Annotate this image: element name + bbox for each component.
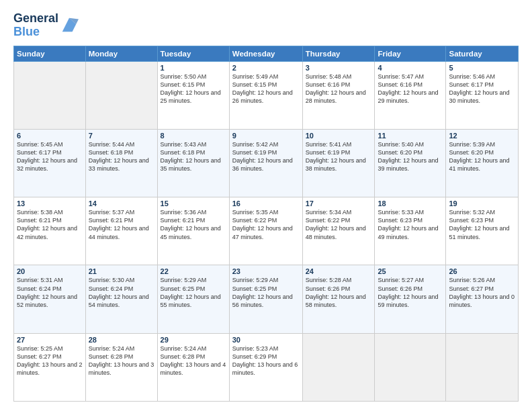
logo-icon: [60, 15, 79, 34]
day-info: Sunrise: 5:24 AM Sunset: 6:28 PM Dayligh…: [161, 345, 226, 377]
day-number: 7: [89, 132, 154, 140]
calendar-cell: 29Sunrise: 5:24 AM Sunset: 6:28 PM Dayli…: [157, 333, 229, 401]
calendar-cell: 1Sunrise: 5:50 AM Sunset: 6:15 PM Daylig…: [157, 61, 229, 129]
day-number: 21: [89, 267, 154, 275]
day-info: Sunrise: 5:36 AM Sunset: 6:21 PM Dayligh…: [161, 208, 226, 241]
day-info: Sunrise: 5:29 AM Sunset: 6:25 PM Dayligh…: [232, 276, 300, 309]
calendar-cell: 6Sunrise: 5:45 AM Sunset: 6:17 PM Daylig…: [14, 129, 86, 197]
logo: GeneralBlue: [13, 12, 79, 39]
day-number: 8: [161, 132, 226, 140]
calendar-cell: 15Sunrise: 5:36 AM Sunset: 6:21 PM Dayli…: [157, 197, 229, 265]
day-number: 27: [17, 336, 83, 344]
day-info: Sunrise: 5:23 AM Sunset: 6:29 PM Dayligh…: [232, 345, 300, 377]
calendar-table: SundayMondayTuesdayWednesdayThursdayFrid…: [13, 46, 519, 402]
day-number: 29: [161, 336, 226, 344]
page-header: GeneralBlue: [13, 12, 519, 39]
calendar-cell: [375, 333, 446, 401]
calendar-cell: 13Sunrise: 5:38 AM Sunset: 6:21 PM Dayli…: [14, 197, 86, 265]
calendar-header-row: SundayMondayTuesdayWednesdayThursdayFrid…: [14, 46, 519, 61]
calendar-cell: 19Sunrise: 5:32 AM Sunset: 6:23 PM Dayli…: [446, 197, 519, 265]
day-number: 13: [17, 199, 83, 208]
calendar-cell: 25Sunrise: 5:27 AM Sunset: 6:26 PM Dayli…: [375, 265, 446, 333]
calendar-cell: 23Sunrise: 5:29 AM Sunset: 6:25 PM Dayli…: [229, 265, 302, 333]
calendar-cell: 14Sunrise: 5:37 AM Sunset: 6:21 PM Dayli…: [85, 197, 157, 265]
day-info: Sunrise: 5:26 AM Sunset: 6:27 PM Dayligh…: [449, 276, 515, 309]
calendar-cell: 2Sunrise: 5:49 AM Sunset: 6:15 PM Daylig…: [229, 61, 302, 129]
day-number: 16: [232, 199, 300, 208]
day-info: Sunrise: 5:35 AM Sunset: 6:22 PM Dayligh…: [232, 208, 300, 241]
calendar-cell: 18Sunrise: 5:33 AM Sunset: 6:23 PM Dayli…: [375, 197, 446, 265]
day-info: Sunrise: 5:50 AM Sunset: 6:15 PM Dayligh…: [161, 73, 226, 105]
calendar-cell: 20Sunrise: 5:31 AM Sunset: 6:24 PM Dayli…: [14, 265, 86, 333]
day-number: 17: [306, 199, 372, 208]
day-header-thursday: Thursday: [302, 46, 375, 61]
calendar-cell: 26Sunrise: 5:26 AM Sunset: 6:27 PM Dayli…: [446, 265, 519, 333]
day-info: Sunrise: 5:42 AM Sunset: 6:19 PM Dayligh…: [232, 140, 300, 173]
day-number: 6: [17, 132, 83, 140]
calendar-week-row: 13Sunrise: 5:38 AM Sunset: 6:21 PM Dayli…: [14, 197, 519, 265]
calendar-cell: 24Sunrise: 5:28 AM Sunset: 6:26 PM Dayli…: [302, 265, 375, 333]
calendar-cell: 7Sunrise: 5:44 AM Sunset: 6:18 PM Daylig…: [85, 129, 157, 197]
day-number: 3: [306, 64, 372, 72]
day-number: 24: [306, 267, 372, 275]
day-info: Sunrise: 5:41 AM Sunset: 6:19 PM Dayligh…: [306, 140, 372, 173]
day-number: 12: [449, 132, 515, 140]
day-number: 5: [449, 64, 515, 72]
day-info: Sunrise: 5:40 AM Sunset: 6:20 PM Dayligh…: [378, 140, 443, 173]
day-header-sunday: Sunday: [14, 46, 86, 61]
day-info: Sunrise: 5:39 AM Sunset: 6:20 PM Dayligh…: [449, 140, 515, 173]
day-number: 14: [89, 199, 154, 208]
day-info: Sunrise: 5:32 AM Sunset: 6:23 PM Dayligh…: [449, 208, 515, 241]
calendar-cell: 3Sunrise: 5:48 AM Sunset: 6:16 PM Daylig…: [302, 61, 375, 129]
day-header-monday: Monday: [85, 46, 157, 61]
calendar-cell: 21Sunrise: 5:30 AM Sunset: 6:24 PM Dayli…: [85, 265, 157, 333]
day-info: Sunrise: 5:43 AM Sunset: 6:18 PM Dayligh…: [161, 140, 226, 173]
day-info: Sunrise: 5:47 AM Sunset: 6:16 PM Dayligh…: [378, 73, 443, 105]
calendar-cell: [302, 333, 375, 401]
day-info: Sunrise: 5:30 AM Sunset: 6:24 PM Dayligh…: [89, 276, 154, 309]
day-info: Sunrise: 5:24 AM Sunset: 6:28 PM Dayligh…: [89, 345, 154, 377]
day-number: 10: [306, 132, 372, 140]
day-number: 11: [378, 132, 443, 140]
day-info: Sunrise: 5:27 AM Sunset: 6:26 PM Dayligh…: [378, 276, 443, 309]
calendar-cell: 10Sunrise: 5:41 AM Sunset: 6:19 PM Dayli…: [302, 129, 375, 197]
day-number: 20: [17, 267, 83, 275]
day-number: 26: [449, 267, 515, 275]
calendar-cell: 27Sunrise: 5:25 AM Sunset: 6:27 PM Dayli…: [14, 333, 86, 401]
day-info: Sunrise: 5:48 AM Sunset: 6:16 PM Dayligh…: [306, 73, 372, 105]
day-number: 9: [232, 132, 300, 140]
day-number: 2: [232, 64, 300, 72]
calendar-cell: 16Sunrise: 5:35 AM Sunset: 6:22 PM Dayli…: [229, 197, 302, 265]
day-info: Sunrise: 5:37 AM Sunset: 6:21 PM Dayligh…: [89, 208, 154, 241]
day-number: 22: [161, 267, 226, 275]
day-info: Sunrise: 5:49 AM Sunset: 6:15 PM Dayligh…: [232, 73, 300, 105]
calendar-cell: 4Sunrise: 5:47 AM Sunset: 6:16 PM Daylig…: [375, 61, 446, 129]
calendar-cell: 9Sunrise: 5:42 AM Sunset: 6:19 PM Daylig…: [229, 129, 302, 197]
day-header-tuesday: Tuesday: [157, 46, 229, 61]
calendar-cell: [14, 61, 86, 129]
day-number: 1: [161, 64, 226, 72]
calendar-cell: 12Sunrise: 5:39 AM Sunset: 6:20 PM Dayli…: [446, 129, 519, 197]
day-header-wednesday: Wednesday: [229, 46, 302, 61]
calendar-week-row: 1Sunrise: 5:50 AM Sunset: 6:15 PM Daylig…: [14, 61, 519, 129]
day-info: Sunrise: 5:28 AM Sunset: 6:26 PM Dayligh…: [306, 276, 372, 309]
day-number: 15: [161, 199, 226, 208]
day-number: 23: [232, 267, 300, 275]
calendar-cell: [85, 61, 157, 129]
day-info: Sunrise: 5:46 AM Sunset: 6:17 PM Dayligh…: [449, 73, 515, 105]
calendar-cell: 22Sunrise: 5:29 AM Sunset: 6:25 PM Dayli…: [157, 265, 229, 333]
day-info: Sunrise: 5:31 AM Sunset: 6:24 PM Dayligh…: [17, 276, 83, 309]
day-info: Sunrise: 5:29 AM Sunset: 6:25 PM Dayligh…: [161, 276, 226, 309]
calendar-cell: 17Sunrise: 5:34 AM Sunset: 6:22 PM Dayli…: [302, 197, 375, 265]
calendar-cell: 30Sunrise: 5:23 AM Sunset: 6:29 PM Dayli…: [229, 333, 302, 401]
calendar-cell: 8Sunrise: 5:43 AM Sunset: 6:18 PM Daylig…: [157, 129, 229, 197]
day-info: Sunrise: 5:38 AM Sunset: 6:21 PM Dayligh…: [17, 208, 83, 241]
calendar-cell: [446, 333, 519, 401]
day-info: Sunrise: 5:45 AM Sunset: 6:17 PM Dayligh…: [17, 140, 83, 173]
day-header-friday: Friday: [375, 46, 446, 61]
calendar-week-row: 20Sunrise: 5:31 AM Sunset: 6:24 PM Dayli…: [14, 265, 519, 333]
day-info: Sunrise: 5:25 AM Sunset: 6:27 PM Dayligh…: [17, 345, 83, 377]
calendar-cell: 5Sunrise: 5:46 AM Sunset: 6:17 PM Daylig…: [446, 61, 519, 129]
day-number: 30: [232, 336, 300, 344]
day-info: Sunrise: 5:34 AM Sunset: 6:22 PM Dayligh…: [306, 208, 372, 241]
